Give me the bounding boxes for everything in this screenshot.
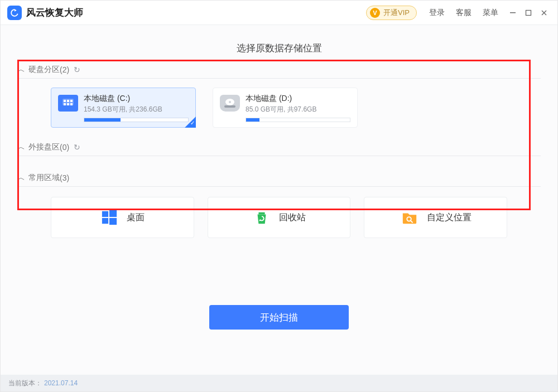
chevron-up-icon: ︿ xyxy=(17,65,25,75)
common-card-label: 桌面 xyxy=(127,212,145,224)
svg-rect-1 xyxy=(526,10,531,15)
common-card-desktop[interactable]: 桌面 xyxy=(51,197,194,238)
common-section-count: 3 xyxy=(62,173,67,182)
app-logo-icon xyxy=(7,6,22,20)
common-card-list: 桌面 回收站 自定义位置 xyxy=(17,197,541,238)
common-card-label: 回收站 xyxy=(279,212,306,224)
drive-capacity: 85.0 GB可用, 共97.6GB xyxy=(246,105,350,114)
svg-rect-0 xyxy=(510,12,516,13)
windows-icon xyxy=(100,208,119,227)
svg-rect-5 xyxy=(70,100,73,102)
svg-point-10 xyxy=(229,101,231,103)
common-card-label: 自定义位置 xyxy=(427,212,472,224)
svg-rect-14 xyxy=(102,218,108,224)
hdd-icon xyxy=(220,95,240,112)
external-section-label: 外接盘区 xyxy=(28,142,60,152)
menu-link[interactable]: 菜单 xyxy=(483,8,498,18)
svg-rect-6 xyxy=(64,103,66,105)
svg-rect-15 xyxy=(109,218,117,225)
login-link[interactable]: 登录 xyxy=(429,8,445,18)
open-vip-button[interactable]: V 开通VIP xyxy=(366,6,417,20)
drive-capacity: 154.3 GB可用, 共236.6GB xyxy=(84,105,189,114)
app-window: 风云恢复大师 V 开通VIP 登录 客服 菜单 选择原数据存储位置 ︿ 硬盘分区… xyxy=(0,0,558,392)
main-area: 选择原数据存储位置 ︿ 硬盘分区(2) ↻ 本地磁盘 (C:) 154.3 GB… xyxy=(1,25,557,375)
hdd-section-count: 2 xyxy=(62,65,67,74)
drive-name: 本地磁盘 (D:) xyxy=(246,94,350,104)
svg-rect-13 xyxy=(109,210,117,217)
drive-list: 本地磁盘 (C:) 154.3 GB可用, 共236.6GB 本地磁盘 (D:)… xyxy=(17,88,541,128)
start-scan-button[interactable]: 开始扫描 xyxy=(209,305,349,330)
support-link[interactable]: 客服 xyxy=(456,8,472,18)
common-card-custom[interactable]: 自定义位置 xyxy=(364,197,507,238)
svg-rect-16 xyxy=(258,212,264,215)
close-button[interactable] xyxy=(537,6,551,20)
app-title: 风云恢复大师 xyxy=(26,6,83,19)
drive-card-c[interactable]: 本地磁盘 (C:) 154.3 GB可用, 共236.6GB xyxy=(51,88,196,128)
version-number: 2021.07.14 xyxy=(44,379,78,387)
drive-usage-bar xyxy=(84,118,189,122)
external-section-header[interactable]: ︿ 外接盘区(0) ↻ xyxy=(17,142,541,156)
vip-badge-icon: V xyxy=(370,8,380,18)
titlebar: 风云恢复大师 V 开通VIP 登录 客服 菜单 xyxy=(1,1,557,25)
common-section-header[interactable]: ︿ 常用区域(3) xyxy=(17,173,541,187)
svg-rect-11 xyxy=(224,105,235,108)
drive-name: 本地磁盘 (C:) xyxy=(84,94,189,104)
svg-rect-8 xyxy=(70,103,73,105)
svg-rect-3 xyxy=(64,100,66,102)
maximize-button[interactable] xyxy=(522,6,535,20)
ssd-icon xyxy=(58,95,78,112)
hdd-section: ︿ 硬盘分区(2) ↻ 本地磁盘 (C:) 154.3 GB可用, 共236.6… xyxy=(17,65,541,128)
svg-rect-12 xyxy=(102,211,108,217)
common-section: ︿ 常用区域(3) 桌面 回收站 xyxy=(17,173,541,238)
common-card-recyclebin[interactable]: 回收站 xyxy=(208,197,351,238)
refresh-icon[interactable]: ↻ xyxy=(74,65,80,74)
vip-label: 开通VIP xyxy=(383,8,410,18)
hdd-section-header[interactable]: ︿ 硬盘分区(2) ↻ xyxy=(17,65,541,79)
chevron-up-icon: ︿ xyxy=(17,173,25,183)
status-bar: 当前版本： 2021.07.14 xyxy=(1,375,557,391)
selected-check-icon xyxy=(185,117,196,128)
drive-card-d[interactable]: 本地磁盘 (D:) 85.0 GB可用, 共97.6GB xyxy=(213,88,358,128)
common-section-label: 常用区域 xyxy=(28,173,60,183)
folder-search-icon xyxy=(400,208,419,227)
drive-usage-bar xyxy=(246,118,350,122)
external-section-count: 0 xyxy=(62,143,67,152)
external-section: ︿ 外接盘区(0) ↻ xyxy=(17,142,541,156)
chevron-up-icon: ︿ xyxy=(17,142,25,152)
refresh-icon[interactable]: ↻ xyxy=(74,143,80,152)
page-title: 选择原数据存储位置 xyxy=(17,42,541,55)
minimize-button[interactable] xyxy=(506,6,519,20)
svg-rect-7 xyxy=(67,103,69,105)
hdd-section-label: 硬盘分区 xyxy=(28,65,60,75)
version-label: 当前版本： xyxy=(8,379,42,388)
recycle-icon xyxy=(252,208,271,227)
svg-rect-4 xyxy=(67,100,69,102)
